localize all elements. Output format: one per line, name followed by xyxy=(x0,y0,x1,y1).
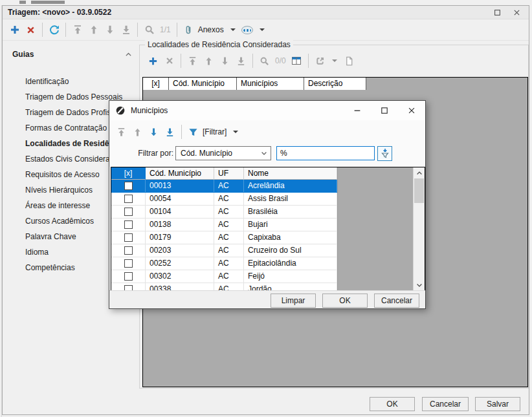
panel-search-button[interactable] xyxy=(256,53,272,69)
maximize-button[interactable] xyxy=(487,6,507,19)
add-button[interactable] xyxy=(6,22,23,38)
dialog-filter-row: Filtrar por: Cód. Município xyxy=(109,142,425,164)
panel-next-button[interactable] xyxy=(217,53,233,69)
cell-name: Capixaba xyxy=(244,231,337,244)
column-header-municipios[interactable]: Municípios xyxy=(237,78,304,90)
table-row[interactable]: 00203 AC Cruzeiro do Sul xyxy=(111,244,337,257)
column-header-nome[interactable]: Nome xyxy=(244,167,337,180)
dialog-close-button[interactable] xyxy=(398,102,425,120)
cell-uf: AC xyxy=(214,244,244,257)
scrollbar-thumb[interactable] xyxy=(414,178,424,203)
cell-uf: AC xyxy=(214,257,244,270)
dialog-cancel-button[interactable]: Cancelar xyxy=(374,294,419,308)
previous-record-button[interactable] xyxy=(85,22,102,38)
sidebar-header-label: Guias xyxy=(12,50,34,59)
attachments-icon[interactable] xyxy=(181,22,197,38)
dialog-first-button[interactable] xyxy=(113,124,129,140)
table-row[interactable]: 00338 AC Jordão xyxy=(111,283,337,290)
anexos-dropdown-caret-icon[interactable] xyxy=(230,28,236,31)
checkbox[interactable] xyxy=(124,220,133,229)
panel-last-button[interactable] xyxy=(233,53,249,69)
first-record-button[interactable] xyxy=(69,22,85,38)
filtrar-button[interactable]: [Filtrar] xyxy=(203,127,227,136)
checkbox[interactable] xyxy=(124,182,133,190)
delete-button[interactable] xyxy=(23,22,39,38)
limpar-button[interactable]: Limpar xyxy=(271,294,316,308)
checkbox[interactable] xyxy=(124,259,133,268)
export-button[interactable] xyxy=(312,53,328,69)
dialog-title-bar[interactable]: Municípios xyxy=(109,101,425,120)
title-bar[interactable]: Triagem: <novo> - 03.9.0522 xyxy=(3,6,529,19)
checkbox[interactable] xyxy=(124,285,133,290)
dialog-toolbar: [Filtrar] xyxy=(109,122,425,142)
refresh-button[interactable] xyxy=(46,22,62,38)
scroll-up-arrow-icon[interactable] xyxy=(414,167,425,178)
dialog-minimize-button[interactable] xyxy=(344,102,371,120)
column-header-check[interactable]: [x] xyxy=(143,78,169,90)
sphere-dropdown-caret-icon[interactable] xyxy=(260,28,265,31)
next-record-button[interactable] xyxy=(102,22,118,38)
last-record-button[interactable] xyxy=(118,22,134,38)
dialog-ok-button[interactable]: OK xyxy=(322,294,368,308)
cancel-button[interactable]: Cancelar xyxy=(422,397,469,411)
table-row[interactable]: 00138 AC Bujari xyxy=(111,219,337,231)
scroll-down-arrow-icon[interactable] xyxy=(414,279,425,290)
filtrar-dropdown-caret-icon[interactable] xyxy=(233,131,238,133)
cell-code: 00179 xyxy=(146,231,214,244)
column-header-cod-municipio[interactable]: Cód. Município xyxy=(169,78,237,90)
table-row[interactable]: 00252 AC Epitaciolândia xyxy=(111,257,337,270)
cell-uf: AC xyxy=(214,219,244,231)
municipios-table: [x] Cód. Município UF Nome 00013 AC Acre… xyxy=(111,167,425,291)
save-button[interactable]: Salvar xyxy=(475,397,520,411)
sidebar-header[interactable]: Guias xyxy=(5,48,138,61)
separator xyxy=(252,54,253,68)
column-header-cod-municipio[interactable]: Cód. Município xyxy=(146,167,214,180)
filter-field-combobox[interactable]: Cód. Município xyxy=(175,146,271,160)
window-title: Triagem: <novo> - 03.9.0522 xyxy=(8,8,111,17)
collapse-chevron-icon[interactable] xyxy=(124,50,133,59)
checkbox[interactable] xyxy=(124,272,133,281)
export-dropdown-caret-icon[interactable] xyxy=(332,59,337,62)
apply-filter-button[interactable] xyxy=(377,146,392,161)
dialog-previous-button[interactable] xyxy=(129,124,146,140)
sidebar-item-identificacao[interactable]: Identificação xyxy=(5,74,138,89)
sphere-menu-button[interactable] xyxy=(239,22,256,38)
dialog-last-button[interactable] xyxy=(162,124,178,140)
municipios-table-body: 00013 AC Acrelândia 00054 AC Assis Brasi… xyxy=(111,180,337,290)
checkbox[interactable] xyxy=(124,233,133,242)
maximize-icon xyxy=(494,10,500,15)
table-row[interactable]: 00104 AC Brasiléia xyxy=(111,206,337,219)
panel-delete-button[interactable] xyxy=(161,53,177,69)
cell-code: 00338 xyxy=(146,283,214,290)
ok-button[interactable]: OK xyxy=(370,397,415,411)
cell-code: 00252 xyxy=(146,257,214,270)
table-row[interactable]: 00302 AC Feijó xyxy=(111,270,337,283)
table-row[interactable]: 00179 AC Capixaba xyxy=(111,231,337,244)
filter-value-input[interactable] xyxy=(276,146,375,160)
cell-name: Acrelândia xyxy=(244,180,337,192)
panel-add-button[interactable] xyxy=(145,53,161,69)
screen: Triagem: <novo> - 03.9.0522 1/1 Anexos xyxy=(0,0,532,417)
table-row[interactable]: 00013 AC Acrelândia xyxy=(111,180,337,193)
filter-icon[interactable] xyxy=(185,124,201,140)
checkbox[interactable] xyxy=(124,246,133,255)
search-button[interactable] xyxy=(141,22,157,38)
column-header-descricao[interactable]: Descrição xyxy=(304,78,366,90)
column-chooser-button[interactable] xyxy=(289,53,305,69)
report-button[interactable] xyxy=(341,53,357,69)
dialog-maximize-button[interactable] xyxy=(371,102,398,120)
dialog-next-button[interactable] xyxy=(146,124,162,140)
cell-name: Jordão xyxy=(244,283,337,290)
checkbox[interactable] xyxy=(124,208,133,216)
vertical-scrollbar[interactable] xyxy=(413,167,425,290)
row-checkbox-cell xyxy=(111,231,146,244)
close-button[interactable] xyxy=(507,6,526,19)
window-controls xyxy=(487,6,526,19)
checkbox[interactable] xyxy=(124,195,133,203)
panel-previous-button[interactable] xyxy=(201,53,217,69)
column-header-check[interactable]: [x] xyxy=(111,167,146,180)
column-header-uf[interactable]: UF xyxy=(214,167,244,180)
table-row[interactable]: 00054 AC Assis Brasil xyxy=(111,193,337,206)
anexos-button[interactable]: Anexos xyxy=(198,25,224,34)
panel-first-button[interactable] xyxy=(184,53,201,69)
